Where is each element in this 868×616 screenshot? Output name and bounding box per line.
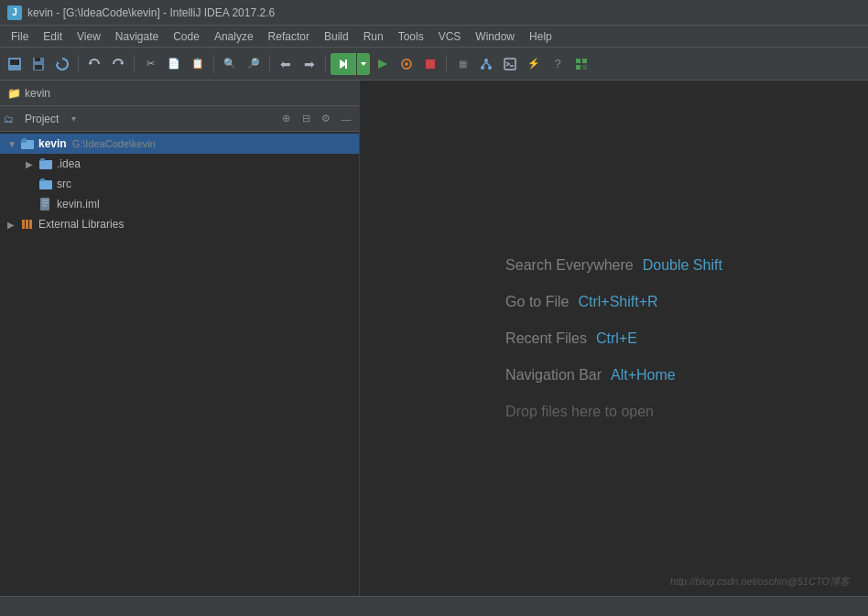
sidebar-action-hide[interactable]: — [337,110,355,128]
menu-tools[interactable]: Tools [391,28,431,45]
svg-rect-32 [40,178,45,181]
toolbar-sep-1 [78,55,79,73]
toolbar-coverage-btn[interactable]: ▦ [451,53,473,75]
toolbar-copy-btn[interactable]: 📄 [163,53,185,75]
toolbar: ✂ 📄 📋 🔍 🔎 ⬅ ➡ ▦ ⚡ ? [0,48,868,81]
menu-edit[interactable]: Edit [36,28,70,45]
svg-marker-10 [361,62,366,66]
toolbar-vcs-btn[interactable] [475,53,497,75]
toolbar-run-btn[interactable] [372,53,394,75]
menu-code[interactable]: Code [166,28,207,45]
toolbar-undo-btn[interactable] [83,53,105,75]
tree-label-external-libs: External Libraries [38,218,124,231]
menu-file[interactable]: File [4,28,36,45]
toolbar-paste-btn[interactable]: 📋 [187,53,209,75]
sidebar-action-collapse[interactable]: ⊟ [297,110,315,128]
tree-label-src: src [57,178,71,190]
app-icon: J [7,5,22,20]
hint-section: Search Everywhere Double Shift Go to Fil… [505,257,722,420]
menu-run[interactable]: Run [356,28,391,45]
toolbar-forward-btn[interactable]: ➡ [298,53,320,75]
sidebar-actions: ⊕ ⊟ ⚙ — [277,110,355,128]
tree-arrow-external-libs: ▶ [7,220,20,230]
toolbar-stop-btn[interactable] [419,53,441,75]
toolbar-sep-4 [269,55,270,73]
menu-analyze[interactable]: Analyze [207,28,261,45]
toolbar-cut-btn[interactable]: ✂ [139,53,161,75]
svg-rect-31 [39,180,52,189]
tree-label-idea: .idea [57,157,81,170]
toolbar-redo-btn[interactable] [107,53,129,75]
svg-rect-36 [42,205,47,207]
toolbar-sync-btn[interactable] [51,53,73,75]
svg-rect-14 [426,59,435,69]
svg-point-15 [484,59,488,62]
toolbar-build-dropdown[interactable] [357,53,370,75]
toolbar-extra-btn[interactable] [570,53,592,75]
menu-navigate[interactable]: Navigate [108,28,166,45]
svg-rect-34 [42,200,49,201]
sidebar-tab-dropdown[interactable]: ▾ [66,110,81,128]
toolbar-find-btn[interactable]: 🔍 [219,53,241,75]
tree-item-kevin-iml[interactable]: kevin.iml [0,194,359,214]
svg-rect-23 [582,59,587,63]
svg-point-16 [481,66,484,70]
toolbar-build-btn[interactable] [331,53,356,75]
hint-recent-files: Recent Files Ctrl+E [505,330,637,347]
menu-vcs[interactable]: VCS [431,28,469,45]
menu-window[interactable]: Window [468,28,522,45]
svg-rect-25 [582,65,587,70]
tree-item-idea[interactable]: ▶ .idea [0,154,359,174]
toolbar-profile-btn[interactable]: ⚡ [523,53,545,75]
svg-rect-37 [22,220,25,229]
lib-icon-external [20,217,35,232]
hint-action-search: Search Everywhere [505,257,634,274]
sidebar-tab-project[interactable]: Project [17,111,66,127]
svg-marker-11 [378,59,387,69]
toolbar-back-btn[interactable]: ⬅ [275,53,297,75]
menu-bar: File Edit View Navigate Code Analyze Ref… [0,26,868,48]
tree-label-kevin: kevin [38,137,67,150]
hint-action-goto: Go to File [505,294,569,310]
toolbar-save-btn[interactable] [27,53,49,75]
hint-shortcut-search: Double Shift [643,257,722,274]
sidebar-project-icon: 🗂 [4,113,14,124]
toolbar-project-btn[interactable] [4,53,26,75]
hint-navigation-bar: Navigation Bar Alt+Home [505,367,676,384]
hint-shortcut-navbar: Alt+Home [611,367,676,384]
sidebar-action-locate[interactable]: ⊕ [277,110,295,128]
svg-marker-5 [57,61,60,64]
menu-build[interactable]: Build [317,28,356,45]
toolbar-sep-2 [134,55,135,73]
tree-label-kevin-iml: kevin.iml [57,198,100,211]
watermark: http://blog.csdn.net/oschin@51CTO博客 [670,575,850,589]
menu-view[interactable]: View [70,28,108,45]
menu-refactor[interactable]: Refactor [261,28,317,45]
toolbar-replace-btn[interactable]: 🔎 [243,53,265,75]
sidebar-action-settings[interactable]: ⚙ [317,110,335,128]
menu-help[interactable]: Help [522,28,559,45]
tree-item-external-libs[interactable]: ▶ External Libraries [0,214,359,234]
hint-search-everywhere: Search Everywhere Double Shift [505,257,722,274]
svg-rect-24 [576,65,580,70]
title-text: kevin - [G:\IdeaCode\kevin] - IntelliJ I… [27,6,275,19]
title-bar: J kevin - [G:\IdeaCode\kevin] - IntelliJ… [0,0,868,26]
svg-line-18 [483,62,486,66]
hint-action-drop: Drop files here to open [505,404,654,420]
hint-shortcut-goto: Ctrl+Shift+R [578,294,657,310]
tree-item-kevin[interactable]: ▼ kevin G:\IdeaCode\kevin [0,134,359,154]
toolbar-terminal-btn[interactable] [499,53,521,75]
svg-rect-38 [26,220,28,229]
hint-go-to-file: Go to File Ctrl+Shift+R [505,294,658,310]
tree-item-src[interactable]: src [0,174,359,194]
tree-arrow-idea: ▶ [26,159,38,169]
svg-line-19 [486,62,490,66]
svg-rect-9 [345,59,347,69]
svg-rect-4 [35,65,42,70]
hint-action-recent: Recent Files [505,330,587,347]
toolbar-debug-btn[interactable] [396,53,418,75]
file-tree: ▼ kevin G:\IdeaCode\kevin ▶ [0,132,359,596]
hint-action-navbar: Navigation Bar [505,367,602,384]
project-breadcrumb-icon: 📁 [7,87,21,100]
toolbar-help-btn[interactable]: ? [547,53,569,75]
